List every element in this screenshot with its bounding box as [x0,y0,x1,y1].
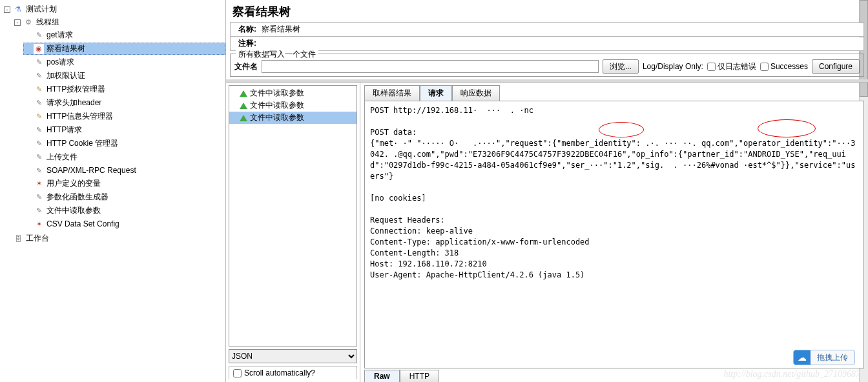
detail-tab[interactable]: 取样器结果 [364,85,420,101]
probe-icon: ✎ [34,57,44,68]
tree-label: 参数化函数生成器 [46,192,108,203]
workbench-icon: 🗄 [13,234,23,244]
sample-row[interactable]: 文件中读取参数 [229,99,356,112]
tree-label: 加权限认证 [46,70,85,81]
tree-label: 文件中读取参数 [46,205,101,216]
tree-item[interactable]: ✎HTTP Cookie 管理器 [23,137,225,150]
filename-input[interactable] [262,60,599,73]
tree-label: CSV Data Set Config [46,219,119,228]
tree-label: HTTP请求 [46,125,82,136]
bug-icon: ✶ [34,179,44,189]
tree-label: 请求头加header [46,97,101,108]
scroll-auto-checkbox[interactable]: Scroll automatically? [229,366,357,379]
tree-root[interactable]: - ⚗ 测试计划 [3,3,225,15]
tree-item[interactable]: ✎HTTP授权管理器 [23,83,225,96]
success-icon [240,115,247,121]
tree-label: 线程组 [36,17,59,28]
probe-icon: ✎ [34,165,44,176]
tree-label: HTTP Cookie 管理器 [46,138,118,149]
file-output-box: 所有数据写入一个文件 文件名 浏览... Log/Display Only: 仅… [230,54,864,77]
sample-list[interactable]: 文件中读取参数文件中读取参数文件中读取参数 [229,85,357,347]
detail-tab[interactable]: 请求 [420,85,452,101]
raw-tab[interactable]: Raw [364,370,400,382]
tree-label: 察看结果树 [46,43,85,54]
tree-item[interactable]: ✶用户定义的变量 [23,177,225,190]
cloud-icon: ☁ [794,350,811,365]
bug-icon: ✶ [34,219,44,229]
errors-only-checkbox[interactable]: 仅日志错误 [707,61,756,72]
tree-item[interactable]: ✎get请求 [23,29,225,41]
nav-tree[interactable]: - ⚗ 测试计划 - ⚙ 线程组 ✎get请求◉察看结果树✎pos请求✎加权限认… [0,0,226,382]
log-only-label: Log/Display Only: [643,62,703,71]
probe-icon: ✎ [34,139,44,149]
probe-icon: ✎ [34,71,44,81]
sample-row[interactable]: 文件中读取参数 [229,112,356,124]
note-input[interactable] [259,37,863,50]
configure-button[interactable]: Configure [812,59,860,74]
name-label: 名称: [231,23,259,36]
flask-icon: ⚗ [13,5,23,15]
browse-button[interactable]: 浏览... [603,59,639,74]
tree-item[interactable]: ✶CSV Data Set Config [23,218,225,230]
probe-icon: ✎ [34,98,44,108]
tree-label: 用户定义的变量 [46,178,101,189]
gear-icon: ⚙ [23,17,34,28]
success-icon [240,103,247,109]
tree-item[interactable]: ✎请求头加header [23,97,225,109]
tree-item[interactable]: ✎SOAP/XML-RPC Request [23,165,225,176]
hdr-icon: ✎ [34,85,44,95]
tree-workbench[interactable]: 🗄 工作台 [3,232,225,245]
file-box-legend: 所有数据写入一个文件 [236,49,318,60]
page-title: 察看结果树 [226,0,868,22]
tree-item[interactable]: ✎加权限认证 [23,70,225,82]
meta-fields: 名称: 注释: [230,22,864,51]
toggle-icon[interactable]: - [14,19,21,26]
probe-icon: ✎ [34,206,44,216]
tree-item[interactable]: ✎HTTP请求 [23,124,225,136]
tree-item[interactable]: ✎文件中读取参数 [23,205,225,217]
tree-label: HTTP信息头管理器 [46,111,113,122]
request-body[interactable]: POST http://192.168.11· ··· . ·nc POST d… [364,101,864,368]
sample-row[interactable]: 文件中读取参数 [229,87,356,99]
tree-item[interactable]: ◉察看结果树 [23,43,225,55]
note-label: 注释: [231,37,259,50]
tree-item[interactable]: ✎上传文件 [23,151,225,163]
hdr-icon: ✎ [34,112,44,122]
tree-label: get请求 [46,30,73,41]
probe-icon: ✎ [34,30,44,41]
tree-label: HTTP授权管理器 [46,84,105,95]
tree-item[interactable]: ✎pos请求 [23,56,225,68]
filename-label: 文件名 [234,61,258,72]
tree-label: 工作台 [26,233,49,244]
tree-thread-group[interactable]: - ⚙ 线程组 [13,16,225,28]
tree-label: SOAP/XML-RPC Request [46,166,136,175]
renderer-select[interactable]: JSON [229,349,357,363]
probe-icon: ✎ [34,192,44,203]
tree-item[interactable]: ✎HTTP信息头管理器 [23,110,225,123]
tree-label: pos请求 [46,57,74,68]
name-input[interactable] [259,23,863,36]
toggle-icon[interactable]: - [4,6,10,13]
tree-item[interactable]: ✎参数化函数生成器 [23,191,225,203]
tree-label: 测试计划 [26,4,57,15]
success-icon [240,90,247,97]
upload-pill[interactable]: ☁ 拖拽上传 [793,350,855,365]
detail-tab[interactable]: 响应数据 [452,85,500,101]
eye-icon: ◉ [34,44,44,54]
successes-checkbox[interactable]: Successes [760,62,808,71]
probe-icon: ✎ [34,125,44,136]
probe-icon: ✎ [34,152,44,163]
raw-tab[interactable]: HTTP [400,370,439,382]
tree-label: 上传文件 [46,152,78,163]
